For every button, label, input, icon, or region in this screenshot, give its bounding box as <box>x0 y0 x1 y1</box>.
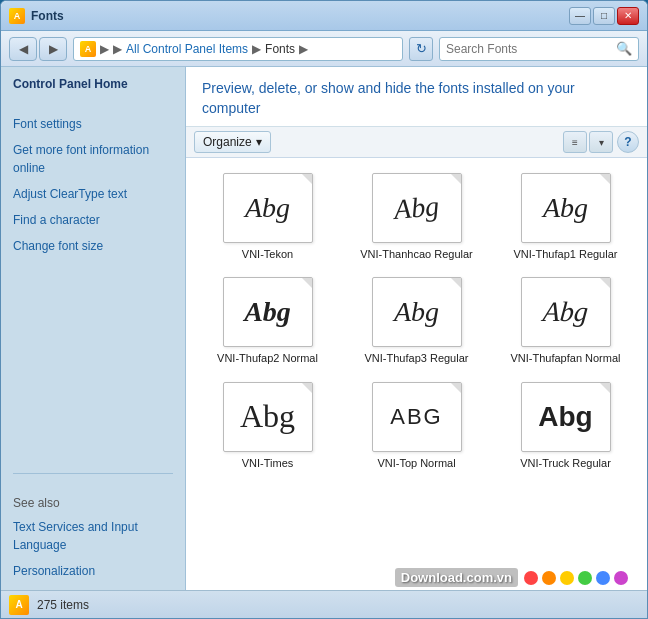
organize-dropdown-icon: ▾ <box>256 135 262 149</box>
watermark-dots <box>524 571 628 585</box>
minimize-button[interactable]: — <box>569 7 591 25</box>
breadcrumb-sep1: ▶ <box>100 42 109 56</box>
font-preview-thufap3: Abg <box>372 277 462 347</box>
font-label-thufapfan: VNI-Thufapfan Normal <box>510 351 620 365</box>
font-label-top: VNI-Top Normal <box>377 456 455 470</box>
font-label-truck: VNI-Truck Regular <box>520 456 611 470</box>
help-button[interactable]: ? <box>617 131 639 153</box>
watermark: Download.com.vn <box>395 568 628 587</box>
status-count: 275 items <box>37 598 89 612</box>
breadcrumb-sep2: ▶ <box>113 42 122 56</box>
sidebar: Control Panel Home Font settings Get mor… <box>1 67 186 590</box>
organize-label: Organize <box>203 135 252 149</box>
main-layout: Control Panel Home Font settings Get mor… <box>1 67 647 590</box>
forward-button[interactable]: ▶ <box>39 37 67 61</box>
font-preview-top: ABG <box>372 382 462 452</box>
sidebar-divider <box>13 473 173 474</box>
title-bar: A Fonts — □ ✕ <box>1 1 647 31</box>
watermark-dot-5 <box>614 571 628 585</box>
breadcrumb-sep4: ▶ <box>299 42 308 56</box>
nav-buttons: ◀ ▶ <box>9 37 67 61</box>
font-preview-truck: Abg <box>521 382 611 452</box>
status-icon: A <box>9 595 29 615</box>
breadcrumb-sep3: ▶ <box>252 42 261 56</box>
see-also-label: See also <box>13 496 173 510</box>
font-label-times: VNI-Times <box>242 456 294 470</box>
font-grid-container[interactable]: AbgVNI-TekonAbgVNI-Thanhcao RegularAbgVN… <box>186 158 647 590</box>
title-icon: A <box>9 8 25 24</box>
font-label-thufap2: VNI-Thufap2 Normal <box>217 351 318 365</box>
watermark-dot-1 <box>542 571 556 585</box>
font-item-tekon[interactable]: AbgVNI-Tekon <box>194 166 341 268</box>
font-item-truck[interactable]: AbgVNI-Truck Regular <box>492 375 639 477</box>
font-preview-thufap1: Abg <box>521 173 611 243</box>
watermark-dot-4 <box>596 571 610 585</box>
toolbar: Organize ▾ ≡ ▾ ? <box>186 127 647 158</box>
watermark-dot-2 <box>560 571 574 585</box>
breadcrumb: A ▶ ▶ All Control Panel Items ▶ Fonts ▶ <box>73 37 403 61</box>
view-btn-dropdown[interactable]: ▾ <box>589 131 613 153</box>
font-label-thufap3: VNI-Thufap3 Regular <box>365 351 469 365</box>
breadcrumb-icon: A <box>80 41 96 57</box>
window: A Fonts — □ ✕ ◀ ▶ A ▶ ▶ All Control Pane… <box>0 0 648 619</box>
font-preview-thanhcao: Abg <box>372 173 462 243</box>
watermark-dot-0 <box>524 571 538 585</box>
font-preview-times: Abg <box>223 382 313 452</box>
breadcrumb-fonts: Fonts <box>265 42 295 56</box>
font-item-times[interactable]: AbgVNI-Times <box>194 375 341 477</box>
maximize-button[interactable]: □ <box>593 7 615 25</box>
content-title: Preview, delete, or show and hide the fo… <box>202 79 631 118</box>
font-preview-tekon: Abg <box>223 173 313 243</box>
sidebar-link-find-char[interactable]: Find a character <box>13 211 173 229</box>
font-preview-thufap2: Abg <box>223 277 313 347</box>
font-item-thanhcao[interactable]: AbgVNI-Thanhcao Regular <box>343 166 490 268</box>
font-item-top[interactable]: ABGVNI-Top Normal <box>343 375 490 477</box>
address-bar: ◀ ▶ A ▶ ▶ All Control Panel Items ▶ Font… <box>1 31 647 67</box>
window-title: Fonts <box>31 9 64 23</box>
watermark-dot-3 <box>578 571 592 585</box>
content-area: Preview, delete, or show and hide the fo… <box>186 67 647 590</box>
font-preview-thufapfan: Abg <box>521 277 611 347</box>
close-button[interactable]: ✕ <box>617 7 639 25</box>
font-item-thufap2[interactable]: AbgVNI-Thufap2 Normal <box>194 270 341 372</box>
font-label-tekon: VNI-Tekon <box>242 247 293 261</box>
view-btn-list[interactable]: ≡ <box>563 131 587 153</box>
sidebar-link-more-info[interactable]: Get more font information online <box>13 141 173 177</box>
sidebar-home-link[interactable]: Control Panel Home <box>13 77 173 91</box>
breadcrumb-control-panel[interactable]: All Control Panel Items <box>126 42 248 56</box>
search-box: 🔍 <box>439 37 639 61</box>
organize-button[interactable]: Organize ▾ <box>194 131 271 153</box>
content-header: Preview, delete, or show and hide the fo… <box>186 67 647 127</box>
font-grid: AbgVNI-TekonAbgVNI-Thanhcao RegularAbgVN… <box>194 166 639 477</box>
font-item-thufap3[interactable]: AbgVNI-Thufap3 Regular <box>343 270 490 372</box>
sidebar-link-personalization[interactable]: Personalization <box>13 562 173 580</box>
font-item-thufap1[interactable]: AbgVNI-Thufap1 Regular <box>492 166 639 268</box>
sidebar-link-text-services[interactable]: Text Services and Input Language <box>13 518 173 554</box>
title-controls: — □ ✕ <box>569 7 639 25</box>
watermark-text: Download.com.vn <box>395 568 518 587</box>
search-icon: 🔍 <box>616 41 632 56</box>
sidebar-link-cleartype[interactable]: Adjust ClearType text <box>13 185 173 203</box>
search-input[interactable] <box>446 42 612 56</box>
status-bar: A 275 items <box>1 590 647 618</box>
title-bar-left: A Fonts <box>9 8 64 24</box>
view-buttons: ≡ ▾ <box>563 131 613 153</box>
font-label-thufap1: VNI-Thufap1 Regular <box>514 247 618 261</box>
font-item-thufapfan[interactable]: AbgVNI-Thufapfan Normal <box>492 270 639 372</box>
sidebar-link-font-size[interactable]: Change font size <box>13 237 173 255</box>
refresh-button[interactable]: ↻ <box>409 37 433 61</box>
sidebar-link-font-settings[interactable]: Font settings <box>13 115 173 133</box>
font-label-thanhcao: VNI-Thanhcao Regular <box>360 247 473 261</box>
back-button[interactable]: ◀ <box>9 37 37 61</box>
